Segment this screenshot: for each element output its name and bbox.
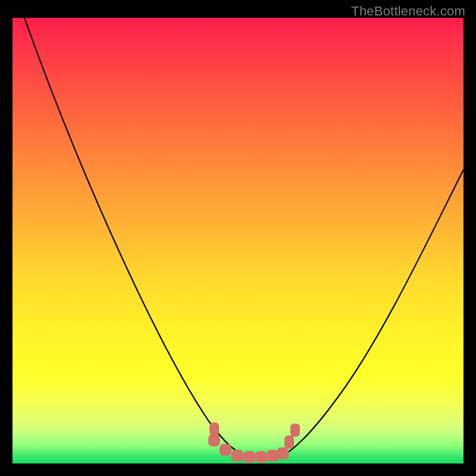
bottleneck-curve (12, 18, 464, 464)
chart-frame: TheBottleneck.com (0, 0, 476, 476)
curve-right-branch (284, 170, 464, 455)
watermark-text: TheBottleneck.com (351, 4, 465, 19)
curve-left-branch (24, 18, 245, 455)
plot-area (12, 18, 464, 464)
